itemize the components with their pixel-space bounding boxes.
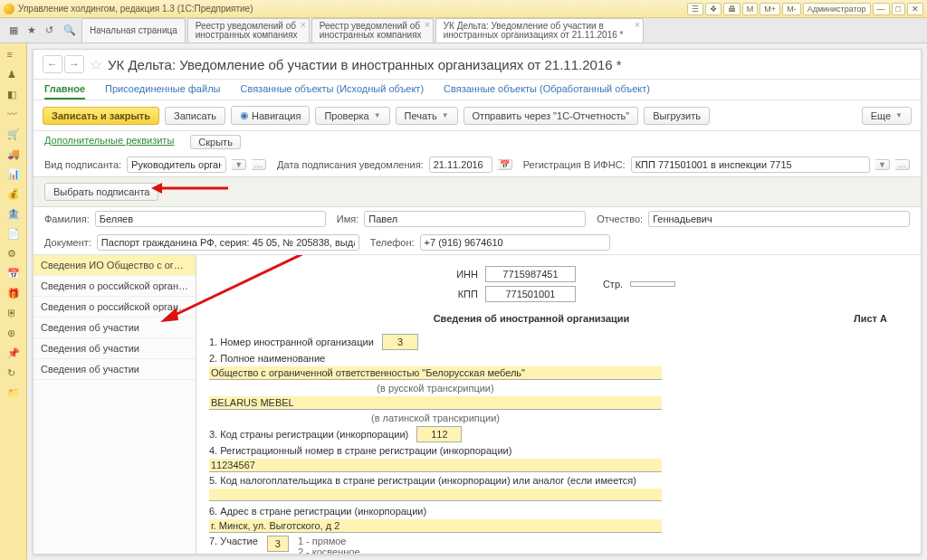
fullname-ru[interactable]: Общество с ограниченной ответственностью…	[209, 366, 662, 380]
fullname-lat[interactable]: BELARUS MEBEL	[209, 396, 662, 410]
star-icon[interactable]: ★	[27, 24, 40, 37]
reg-label: Регистрация В ИФНС:	[523, 159, 626, 170]
submenu-files[interactable]: Присоединенные файлы	[105, 83, 220, 100]
org-icon[interactable]: ♟	[7, 69, 20, 81]
submenu-rel2[interactable]: Связанные объекты (Обработанный объект)	[444, 83, 650, 100]
send-button[interactable]: Отправить через "1С-Отчетность"	[464, 107, 639, 125]
list-item[interactable]: Сведения об участии	[33, 318, 196, 338]
content-panel: Сведения ИО Общество с огранич... Сведен…	[33, 254, 921, 554]
document-panel: ← → ☆ УК Дельта: Уведомление об участии …	[33, 49, 922, 555]
minimize-button[interactable]: —	[873, 3, 890, 15]
org-number-value[interactable]: 3	[382, 334, 418, 350]
check-button[interactable]: Проверка▼	[315, 107, 389, 125]
export-button[interactable]: Выгрузить	[644, 107, 710, 125]
annotation-arrow	[151, 179, 233, 197]
titlebar-tool[interactable]: M-	[782, 3, 801, 15]
print-button[interactable]: Печать▼	[396, 107, 458, 125]
signer-kind-input[interactable]	[127, 157, 226, 173]
titlebar-right: ☰ ❖ 🖶 M M+ M- Администратор — □ ✕	[687, 3, 923, 15]
favorite-icon[interactable]: ☆	[90, 56, 102, 73]
globe-icon[interactable]: ⊛	[7, 327, 20, 340]
chart-icon[interactable]: ◧	[7, 89, 20, 101]
refresh-icon[interactable]: ↻	[7, 367, 20, 380]
tab-strip: ▦ ★ ↺ 🔍 Начальная страница Реестр уведом…	[0, 18, 927, 43]
pin-icon[interactable]: 📌	[7, 347, 20, 360]
submenu-main[interactable]: Главное	[44, 83, 85, 100]
gear-icon[interactable]: ⚙	[7, 248, 20, 261]
calendar-icon[interactable]: 📅	[7, 268, 20, 280]
titlebar-user[interactable]: Администратор	[803, 3, 871, 15]
lookup-icon[interactable]: …	[895, 159, 910, 170]
participation-legend: 1 - прямое 2 - косвенное 3 - смешанное	[298, 536, 365, 554]
phone-input[interactable]	[420, 234, 610, 251]
truck-icon[interactable]: 🚚	[7, 148, 20, 161]
search-icon[interactable]: 🔍	[63, 24, 76, 37]
field-label: 7. Участие	[209, 536, 258, 546]
gift-icon[interactable]: 🎁	[7, 288, 20, 300]
participation-code[interactable]: 3	[267, 536, 289, 552]
country-code[interactable]: 112	[416, 426, 462, 442]
document-label: Документ:	[44, 237, 91, 248]
shield-icon[interactable]: ⛨	[7, 308, 20, 320]
list-item[interactable]: Сведения об участии	[33, 338, 196, 359]
safe-icon[interactable]: 🏦	[7, 208, 20, 221]
list-item[interactable]: Сведения об участии	[33, 359, 196, 380]
choose-signer-button[interactable]: Выбрать подписанта	[44, 183, 158, 201]
list-item[interactable]: Сведения о российской организации	[33, 276, 196, 297]
menu-icon[interactable]: ≡	[7, 49, 20, 62]
firstname-input[interactable]	[364, 211, 586, 227]
titlebar-tool[interactable]: M	[742, 3, 759, 15]
close-button[interactable]: ✕	[907, 3, 923, 15]
titlebar-tool[interactable]: ❖	[705, 3, 722, 15]
section-heading: Сведения об иностранной организации	[209, 313, 854, 324]
doc-icon[interactable]: 📄	[7, 228, 20, 241]
document-input[interactable]	[97, 234, 359, 251]
nav-button[interactable]: ◉Навигация	[231, 106, 310, 125]
hide-button[interactable]: Скрыть	[190, 135, 241, 149]
sign-date-label: Дата подписания уведомления:	[277, 159, 424, 170]
sheet-letter: Лист А	[854, 313, 908, 324]
tab-document[interactable]: УК Дельта: Уведомление об участии в инос…	[435, 18, 644, 43]
dropdown-icon[interactable]: ▼	[232, 159, 246, 170]
nav-forward-button[interactable]: →	[64, 55, 84, 73]
taxpayer-code[interactable]	[209, 489, 662, 501]
submenu-rel1[interactable]: Связанные объекты (Исходный объект)	[240, 83, 424, 100]
extra-links: Дополнительные реквизиты Скрыть	[33, 131, 921, 153]
history-icon[interactable]: ↺	[45, 24, 58, 37]
nav-back-button[interactable]: ←	[43, 55, 62, 73]
midname-input[interactable]	[648, 211, 910, 227]
save-close-button[interactable]: Записать и закрыть	[43, 107, 159, 125]
money-icon[interactable]: 💰	[7, 188, 20, 201]
field-label: 6. Адрес в стране регистрации (инкорпора…	[209, 506, 426, 517]
reg-number[interactable]: 11234567	[209, 459, 662, 472]
grid-icon[interactable]: ▦	[9, 24, 22, 37]
tab-registry-1[interactable]: Реестр уведомлений об иностранных компан…	[187, 18, 310, 43]
trend-icon[interactable]: 〰	[7, 109, 20, 121]
maximize-button[interactable]: □	[892, 3, 905, 15]
document-title: УК Дельта: Уведомление об участии в инос…	[108, 57, 622, 72]
section-list: Сведения ИО Общество с огранич... Сведен…	[33, 255, 196, 554]
folder-icon[interactable]: 📁	[7, 387, 20, 400]
lookup-icon[interactable]: …	[252, 159, 266, 170]
stats-icon[interactable]: 📊	[7, 168, 20, 181]
tab-home[interactable]: Начальная страница	[81, 18, 186, 43]
section-toolbar: ≡ ♟ ◧ 〰 🛒 🚚 📊 💰 🏦 📄 ⚙ 📅 🎁 ⛨ ⊛ 📌 ↻ 📁	[0, 43, 27, 560]
dropdown-icon[interactable]: ▼	[875, 159, 890, 170]
address[interactable]: г. Минск, ул. Выготского, д 2	[209, 519, 662, 533]
titlebar-tool[interactable]: ☰	[687, 3, 703, 15]
cart-icon[interactable]: 🛒	[7, 128, 20, 141]
list-item[interactable]: Сведения о российской организации	[33, 297, 196, 318]
reg-input[interactable]	[631, 157, 870, 173]
sign-date-input[interactable]	[429, 157, 492, 173]
list-item[interactable]: Сведения ИО Общество с огранич...	[33, 255, 196, 276]
more-button[interactable]: Еще▼	[862, 107, 912, 125]
form-body[interactable]: ИНН7715987451 КПП771501001 Стр. Сведения…	[196, 255, 921, 554]
calendar-icon[interactable]: 📅	[498, 159, 512, 170]
save-button[interactable]: Записать	[165, 107, 225, 125]
additional-requisites-link[interactable]: Дополнительные реквизиты	[44, 135, 174, 149]
titlebar-tool[interactable]: 🖶	[723, 3, 741, 15]
tab-registry-2[interactable]: Реестр уведомлений об иностранных компан…	[311, 18, 434, 43]
signer-kind-label: Вид подписанта:	[44, 159, 121, 170]
lastname-input[interactable]	[95, 211, 326, 227]
titlebar-tool[interactable]: M+	[760, 3, 780, 15]
